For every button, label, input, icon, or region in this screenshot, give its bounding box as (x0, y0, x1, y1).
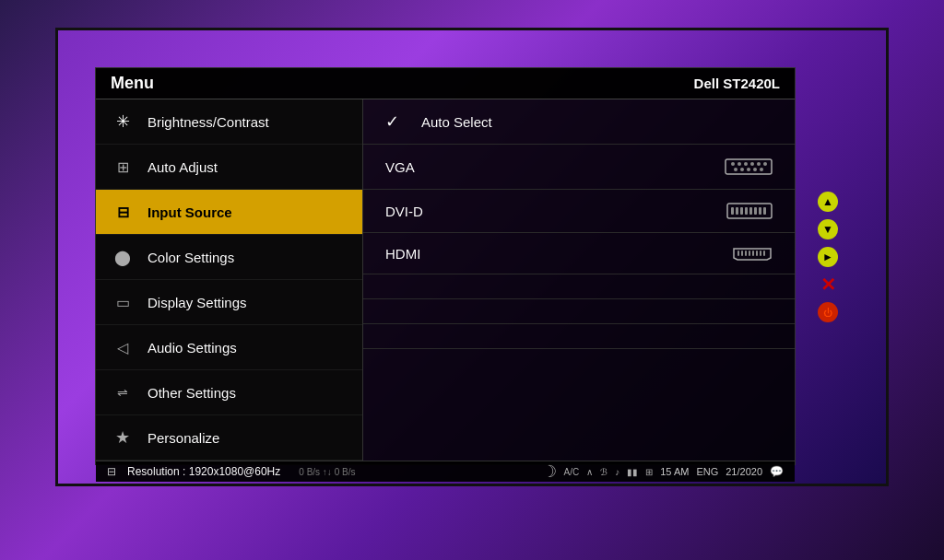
svg-point-6 (763, 162, 767, 166)
status-ac-label: A/C (564, 467, 580, 477)
svg-rect-18 (754, 207, 757, 215)
svg-point-4 (750, 162, 754, 166)
status-bar: ⊟ Resolution : 1920x1080@60Hz 0 B/s ↑↓ 0… (96, 461, 795, 482)
close-button-area[interactable]: ✕ (818, 274, 838, 295)
status-lang: ENG (696, 466, 718, 477)
nav-item-autoadjust[interactable]: ⊞ Auto Adjust (96, 145, 362, 190)
status-wifi-icon: ∧ (586, 467, 593, 477)
svg-point-5 (757, 162, 761, 166)
power-icon: ⏻ (823, 308, 832, 318)
right-button[interactable]: ► (818, 247, 838, 267)
content-row-hdmi[interactable]: HDMI (363, 233, 795, 274)
svg-rect-19 (759, 207, 761, 215)
nav-item-other[interactable]: ⇌ Other Settings (96, 370, 362, 415)
input-icon: ⊟ (111, 200, 135, 224)
nav-item-personalize[interactable]: ★ Personalize (96, 415, 362, 461)
status-chat-icon: 💬 (770, 465, 784, 478)
status-bt-icon: ℬ (600, 467, 608, 477)
svg-rect-14 (736, 207, 738, 215)
nav-label-audio: Audio Settings (148, 340, 237, 356)
down-arrow-icon: ▼ (822, 223, 833, 236)
down-button[interactable]: ▼ (818, 219, 838, 239)
content-row-autoselect[interactable]: ✓ Auto Select (363, 99, 795, 145)
close-x-icon: ✕ (820, 274, 836, 296)
other-icon: ⇌ (111, 380, 135, 404)
content-row-vga[interactable]: VGA (363, 145, 795, 190)
osd-body: ✳ Brightness/Contrast ⊞ Auto Adjust ⊟ (96, 99, 795, 461)
up-arrow-icon: ▲ (822, 195, 833, 208)
row-label-hdmi: HDMI (385, 246, 714, 262)
vga-connector-icon (725, 157, 773, 177)
svg-rect-15 (740, 207, 743, 215)
svg-rect-16 (745, 207, 748, 215)
autoadjust-icon: ⊞ (111, 155, 135, 179)
status-bat-icon: ▮▮ (627, 467, 638, 477)
svg-rect-21 (738, 251, 739, 256)
status-hdmi-icon: ⊟ (107, 465, 116, 478)
color-icon: ⬤ (111, 245, 135, 269)
nav-label-input: Input Source (148, 204, 232, 220)
personalize-icon: ★ (111, 426, 135, 449)
screen: Menu Dell ST2420L ✳ Brightness/Contrast (55, 28, 889, 486)
nav-label-personalize: Personalize (148, 430, 219, 446)
svg-rect-22 (741, 251, 743, 256)
nav-label-brightness: Brightness/Contrast (148, 114, 269, 130)
content-row-empty1 (363, 274, 795, 299)
content-row-empty2 (363, 299, 795, 324)
svg-point-7 (734, 168, 738, 171)
svg-point-11 (760, 168, 763, 171)
dvi-connector-icon (726, 202, 773, 220)
svg-rect-0 (726, 159, 772, 174)
right-arrow-icon: ► (822, 251, 833, 263)
up-button[interactable]: ▲ (818, 192, 838, 212)
svg-point-9 (747, 168, 750, 171)
nav-item-display[interactable]: ▭ Display Settings (96, 280, 362, 325)
svg-rect-13 (731, 207, 734, 215)
content-row-dvi[interactable]: DVI-D (363, 190, 795, 233)
nav-label-autoadjust: Auto Adjust (148, 159, 218, 175)
svg-point-1 (731, 162, 735, 166)
osd-model: Dell ST2420L (694, 76, 780, 91)
content-panel: ✓ Auto Select VGA (363, 99, 795, 461)
osd-menu: Menu Dell ST2420L ✳ Brightness/Contrast (95, 67, 796, 465)
osd-title: Menu (111, 74, 154, 93)
content-row-empty3 (363, 324, 795, 349)
row-label-dvi: DVI-D (385, 204, 708, 219)
svg-point-10 (753, 168, 757, 171)
hdmi-connector-icon (732, 245, 773, 262)
nav-panel: ✳ Brightness/Contrast ⊞ Auto Adjust ⊟ (96, 99, 363, 461)
nav-item-brightness[interactable]: ✳ Brightness/Contrast (96, 99, 362, 145)
status-date: 21/2020 (726, 466, 762, 477)
checkmark-icon: ✓ (385, 111, 399, 132)
brightness-icon: ✳ (111, 110, 135, 134)
svg-rect-24 (749, 251, 750, 256)
status-vol-icon: ♪ (615, 467, 620, 477)
nav-label-display: Display Settings (148, 295, 247, 310)
nav-item-input[interactable]: ⊟ Input Source (96, 190, 362, 235)
monitor-outer: Menu Dell ST2420L ✳ Brightness/Contrast (0, 0, 944, 560)
nav-label-color: Color Settings (148, 250, 234, 265)
audio-icon: ◁ (111, 335, 135, 359)
nav-item-audio[interactable]: ◁ Audio Settings (96, 325, 362, 370)
status-net-icon: ⊞ (645, 467, 653, 477)
svg-rect-25 (752, 251, 754, 256)
nav-label-other: Other Settings (148, 385, 236, 401)
svg-rect-20 (763, 207, 766, 215)
status-resolution: Resolution : 1920x1080@60Hz (127, 465, 280, 478)
nav-item-color[interactable]: ⬤ Color Settings (96, 235, 362, 280)
osd-title-bar: Menu Dell ST2420L (96, 68, 795, 99)
svg-rect-17 (749, 207, 752, 215)
svg-point-8 (740, 168, 744, 171)
display-icon: ▭ (111, 290, 135, 314)
svg-rect-26 (756, 251, 758, 256)
svg-rect-28 (763, 251, 765, 256)
row-label-vga: VGA (385, 159, 706, 175)
svg-point-3 (744, 162, 748, 166)
svg-rect-27 (760, 251, 761, 256)
status-transfer-rate: 0 B/s ↑↓ 0 B/s (299, 467, 355, 477)
power-button[interactable]: ⏻ (818, 302, 838, 322)
status-right: ☽ A/C ∧ ℬ ♪ ▮▮ ⊞ 15 AM ENG 21/2020 💬 (542, 461, 784, 482)
side-buttons: ▲ ▼ ► ✕ ⏻ (818, 192, 838, 322)
svg-rect-23 (745, 251, 747, 256)
row-label-autoselect: Auto Select (421, 114, 773, 130)
